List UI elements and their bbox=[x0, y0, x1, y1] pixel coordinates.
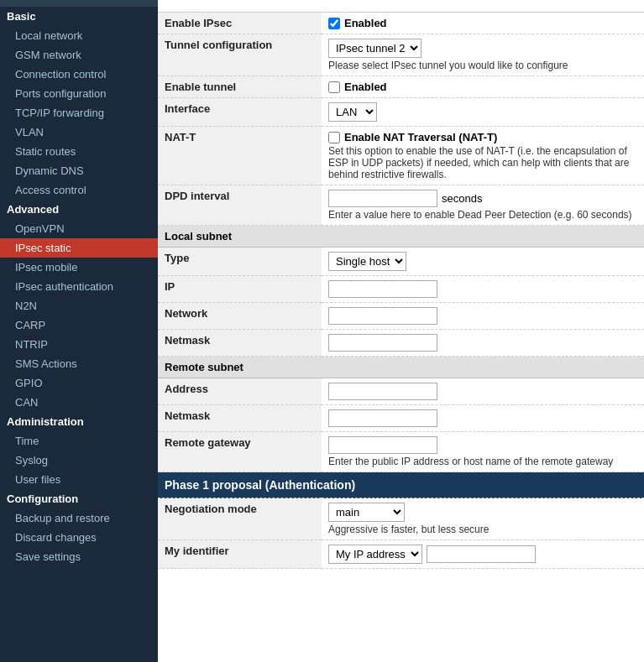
sidebar-section-basic: Basic bbox=[0, 7, 158, 26]
field-label: Tunnel configuration bbox=[158, 34, 322, 76]
field-value bbox=[322, 405, 644, 432]
field-value: Enabled bbox=[322, 13, 644, 34]
sidebar-item-user-files[interactable]: User files bbox=[0, 470, 158, 489]
my-identifier-select[interactable]: My IP addressFQDNUser FQDN bbox=[328, 545, 422, 564]
sidebar-item-carp[interactable]: CARP bbox=[0, 315, 158, 335]
sidebar-item-gpio[interactable]: GPIO bbox=[0, 373, 158, 393]
ip-input[interactable] bbox=[328, 280, 437, 298]
table-row: Tunnel configurationIPsec tunnel 1IPsec … bbox=[158, 34, 644, 76]
field-value: IPsec tunnel 1IPsec tunnel 2IPsec tunnel… bbox=[322, 34, 644, 76]
sidebar-item-gsm-network[interactable]: GSM network bbox=[0, 45, 158, 65]
sidebar-item-sms-actions[interactable]: SMS Actions bbox=[0, 354, 158, 373]
field-value: mainaggressiveAggressive is faster, but … bbox=[322, 498, 644, 540]
sidebar-item-vlan[interactable]: VLAN bbox=[0, 122, 158, 142]
field-label: Network bbox=[158, 303, 322, 330]
interface-select[interactable]: LANWAN bbox=[328, 102, 377, 122]
negotiation-mode-help: Aggressive is faster, but less secure bbox=[328, 524, 637, 535]
field-value: Enter the public IP address or host name… bbox=[322, 432, 644, 472]
sidebar-item-dynamic-dns[interactable]: Dynamic DNS bbox=[0, 161, 158, 180]
sidebar-item-can[interactable]: CAN bbox=[0, 393, 158, 412]
sidebar-item-device-status[interactable] bbox=[0, 0, 158, 7]
dpd-interval-input[interactable] bbox=[328, 190, 437, 207]
sidebar-item-ipsec-authentication[interactable]: IPsec authentication bbox=[0, 277, 158, 296]
tunnel-config-help: Please select IPsec tunnel you would lik… bbox=[328, 60, 637, 71]
table-row: InterfaceLANWAN bbox=[158, 98, 644, 127]
sidebar-item-n2n[interactable]: N2N bbox=[0, 296, 158, 315]
field-value: Single hostSubnet bbox=[322, 248, 644, 276]
section-header: Local subnet bbox=[158, 226, 644, 248]
field-label: Enable tunnel bbox=[158, 76, 322, 98]
table-row: Enable tunnel Enabled bbox=[158, 76, 644, 98]
address-input[interactable] bbox=[328, 383, 437, 400]
dpd-unit: seconds bbox=[442, 192, 482, 205]
table-row: Address bbox=[158, 378, 644, 405]
sidebar: BasicLocal networkGSM networkConnection … bbox=[0, 0, 158, 662]
type-select[interactable]: Single hostSubnet bbox=[328, 252, 406, 271]
field-value bbox=[322, 303, 644, 330]
field-label: Enable IPsec bbox=[158, 13, 322, 34]
sidebar-item-openvpn[interactable]: OpenVPN bbox=[0, 219, 158, 238]
tunnel-config-select[interactable]: IPsec tunnel 1IPsec tunnel 2IPsec tunnel… bbox=[328, 39, 421, 58]
field-value: Enable NAT Traversal (NAT-T)Set this opt… bbox=[322, 127, 644, 185]
sidebar-item-time[interactable]: Time bbox=[0, 431, 158, 451]
nat-t-checkbox[interactable] bbox=[328, 132, 340, 143]
section-header: Remote subnet bbox=[158, 357, 644, 378]
section-header-row: Remote subnet bbox=[158, 357, 644, 378]
field-value bbox=[322, 330, 644, 357]
sidebar-item-static-routes[interactable]: Static routes bbox=[0, 142, 158, 161]
field-label: Netmask bbox=[158, 330, 322, 357]
field-label: DPD interval bbox=[158, 185, 322, 226]
field-value: LANWAN bbox=[322, 98, 644, 127]
field-label: Negotiation mode bbox=[158, 498, 322, 540]
enable-ipsec-label: Enabled bbox=[344, 17, 387, 29]
sidebar-item-save-settings[interactable]: Save settings bbox=[0, 547, 158, 566]
network-input[interactable] bbox=[328, 307, 437, 325]
field-label: NAT-T bbox=[158, 127, 322, 185]
content-area: Enable IPsec EnabledTunnel configuration… bbox=[158, 13, 644, 569]
enable-tunnel-label: Enabled bbox=[344, 81, 387, 93]
field-value: My IP addressFQDNUser FQDN bbox=[322, 540, 644, 569]
field-value bbox=[322, 378, 644, 405]
field-value: secondsEnter a value here to enable Dead… bbox=[322, 185, 644, 226]
field-label: IP bbox=[158, 276, 322, 303]
field-value: Enabled bbox=[322, 76, 644, 98]
sidebar-item-syslog[interactable]: Syslog bbox=[0, 451, 158, 470]
netmask-local-input[interactable] bbox=[328, 334, 437, 352]
field-value bbox=[322, 276, 644, 303]
nat-t-label: Enable NAT Traversal (NAT-T) bbox=[344, 131, 497, 143]
sidebar-item-discard-changes[interactable]: Discard changes bbox=[0, 528, 158, 547]
sidebar-item-ntrip[interactable]: NTRIP bbox=[0, 335, 158, 354]
nat-t-help: Set this option to enable the use of NAT… bbox=[328, 145, 637, 180]
remote-gateway-help: Enter the public IP address or host name… bbox=[328, 456, 637, 467]
negotiation-mode-select[interactable]: mainaggressive bbox=[328, 503, 405, 522]
table-row: Negotiation modemainaggressiveAggressive… bbox=[158, 498, 644, 540]
remote-gateway-input[interactable] bbox=[328, 436, 437, 454]
sidebar-section-configuration: Configuration bbox=[0, 489, 158, 508]
enable-ipsec-checkbox[interactable] bbox=[328, 18, 340, 29]
table-row: Netmask bbox=[158, 405, 644, 432]
sidebar-item-access-control[interactable]: Access control bbox=[0, 180, 158, 200]
table-row: Network bbox=[158, 303, 644, 330]
phase-header-row: Phase 1 proposal (Authentication) bbox=[158, 472, 644, 498]
main-content: Enable IPsec EnabledTunnel configuration… bbox=[158, 0, 644, 662]
field-label: Netmask bbox=[158, 405, 322, 432]
field-label: Type bbox=[158, 248, 322, 276]
sidebar-item-tcpip-forwarding[interactable]: TCP/IP forwarding bbox=[0, 103, 158, 122]
netmask-remote-input[interactable] bbox=[328, 409, 437, 427]
sidebar-item-ipsec-static[interactable]: IPsec static bbox=[0, 238, 158, 258]
table-row: Netmask bbox=[158, 330, 644, 357]
sidebar-item-backup-restore[interactable]: Backup and restore bbox=[0, 508, 158, 528]
sidebar-item-ipsec-mobile[interactable]: IPsec mobile bbox=[0, 258, 158, 277]
phase-header: Phase 1 proposal (Authentication) bbox=[158, 472, 644, 498]
field-label: Address bbox=[158, 378, 322, 405]
table-row: Enable IPsec Enabled bbox=[158, 13, 644, 34]
field-label: My identifier bbox=[158, 540, 322, 569]
page-title bbox=[158, 0, 644, 13]
sidebar-item-local-network[interactable]: Local network bbox=[0, 26, 158, 45]
my-identifier-value-input[interactable] bbox=[427, 545, 536, 563]
sidebar-item-ports-configuration[interactable]: Ports configuration bbox=[0, 84, 158, 103]
sidebar-item-connection-control[interactable]: Connection control bbox=[0, 65, 158, 84]
enable-tunnel-checkbox[interactable] bbox=[328, 81, 340, 93]
section-header-row: Local subnet bbox=[158, 226, 644, 248]
field-label: Interface bbox=[158, 98, 322, 127]
